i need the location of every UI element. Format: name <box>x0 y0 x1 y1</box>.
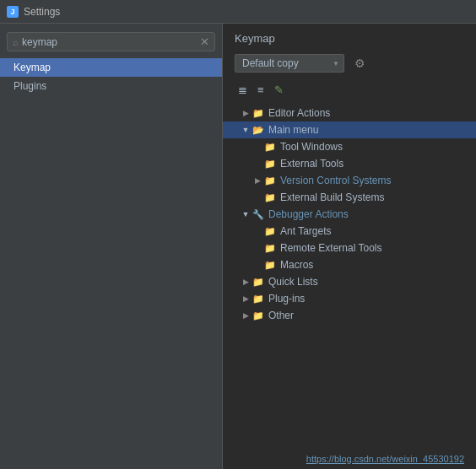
search-icon: ⌕ <box>13 37 19 47</box>
sidebar-item-plugins[interactable]: Plugins <box>0 77 222 95</box>
edit-button[interactable]: ✎ <box>271 82 287 98</box>
toggle-version-control[interactable]: ▶ <box>252 175 263 186</box>
tree-row-external-tools[interactable]: ▶ 📁 External Tools <box>223 155 476 172</box>
tree-container: ▶ 📁 Editor Actions ▼ 📂 Main menu ▶ 📁 Too… <box>223 103 476 449</box>
folder-icon-macros: 📁 <box>263 259 277 271</box>
toggle-main-menu[interactable]: ▼ <box>240 124 252 136</box>
folder-icon-remote-external: 📁 <box>263 242 277 254</box>
panel-title: Keymap <box>223 24 476 50</box>
keymap-select-wrapper: Default copy Default Eclipse Emacs NetBe… <box>235 54 344 73</box>
folder-icon-external-build: 📁 <box>263 191 277 203</box>
sidebar-item-keymap[interactable]: Keymap <box>0 58 222 77</box>
tree-row-debugger-actions[interactable]: ▼ 🔧 Debugger Actions <box>223 206 476 223</box>
toggle-editor-actions[interactable]: ▶ <box>240 107 252 119</box>
main-layout: ⌕ ✕ Keymap Plugins Keymap Default copy D… <box>0 24 476 469</box>
app-icon: J <box>7 6 19 18</box>
label-plug-ins: Plug-ins <box>268 293 305 305</box>
label-macros: Macros <box>280 259 313 271</box>
keymap-settings-button[interactable]: ⚙ <box>349 53 371 73</box>
folder-icon-ant-targets: 📁 <box>263 225 277 237</box>
label-external-build: External Build Systems <box>280 191 384 203</box>
search-box: ⌕ ✕ <box>7 32 215 51</box>
label-other: Other <box>268 310 294 321</box>
folder-icon-version-control: 📁 <box>263 175 277 186</box>
toggle-plug-ins[interactable]: ▶ <box>240 293 252 305</box>
tree-row-other[interactable]: ▶ 📁 Other <box>223 307 476 324</box>
folder-icon-editor-actions: 📁 <box>252 107 265 119</box>
label-version-control: Version Control Systems <box>280 175 391 186</box>
tree-row-main-menu[interactable]: ▼ 📂 Main menu <box>223 121 476 138</box>
search-clear-icon[interactable]: ✕ <box>200 35 209 48</box>
label-ant-targets: Ant Targets <box>280 225 331 237</box>
folder-icon-main-menu: 📂 <box>252 124 265 136</box>
tree-row-external-build[interactable]: ▶ 📁 External Build Systems <box>223 189 476 206</box>
toolbar-row: ≣ ≡ ✎ <box>223 80 476 103</box>
toggle-quick-lists[interactable]: ▶ <box>240 276 252 288</box>
label-remote-external: Remote External Tools <box>280 242 382 254</box>
footer-url[interactable]: https://blog.csdn.net/weixin_45530192 <box>223 449 476 469</box>
folder-icon-other: 📁 <box>252 310 265 321</box>
right-panel: Keymap Default copy Default Eclipse Emac… <box>223 24 476 469</box>
keymap-select[interactable]: Default copy Default Eclipse Emacs NetBe… <box>235 54 344 73</box>
folder-icon-plug-ins: 📁 <box>252 293 265 305</box>
keymap-controls: Default copy Default Eclipse Emacs NetBe… <box>223 50 476 80</box>
folder-icon-external-tools: 📁 <box>263 158 277 170</box>
tree-row-quick-lists[interactable]: ▶ 📁 Quick Lists <box>223 273 476 290</box>
expand-all-button[interactable]: ≣ <box>235 82 251 98</box>
tree-row-version-control[interactable]: ▶ 📁 Version Control Systems <box>223 172 476 189</box>
label-tool-windows: Tool Windows <box>280 141 343 153</box>
sidebar: ⌕ ✕ Keymap Plugins <box>0 24 223 469</box>
title-bar: J Settings <box>0 0 476 24</box>
label-debugger-actions: Debugger Actions <box>268 208 349 220</box>
folder-icon-tool-windows: 📁 <box>263 141 277 153</box>
label-editor-actions: Editor Actions <box>268 107 330 119</box>
tree-row-editor-actions[interactable]: ▶ 📁 Editor Actions <box>223 105 476 121</box>
tree-row-tool-windows[interactable]: ▶ 📁 Tool Windows <box>223 138 476 155</box>
tree-row-plug-ins[interactable]: ▶ 📁 Plug-ins <box>223 290 476 307</box>
toggle-debugger-actions[interactable]: ▼ <box>240 208 252 220</box>
tree-row-macros[interactable]: ▶ 📁 Macros <box>223 256 476 273</box>
window-title: Settings <box>24 6 60 18</box>
folder-icon-quick-lists: 📁 <box>252 276 265 288</box>
icon-debugger-actions: 🔧 <box>252 208 265 220</box>
label-main-menu: Main menu <box>268 124 318 136</box>
toggle-other[interactable]: ▶ <box>240 310 252 321</box>
tree-row-remote-external[interactable]: ▶ 📁 Remote External Tools <box>223 240 476 256</box>
search-input[interactable] <box>22 36 200 48</box>
label-external-tools: External Tools <box>280 158 343 170</box>
label-quick-lists: Quick Lists <box>268 276 318 288</box>
collapse-all-button[interactable]: ≡ <box>254 82 268 98</box>
tree-row-ant-targets[interactable]: ▶ 📁 Ant Targets <box>223 223 476 240</box>
